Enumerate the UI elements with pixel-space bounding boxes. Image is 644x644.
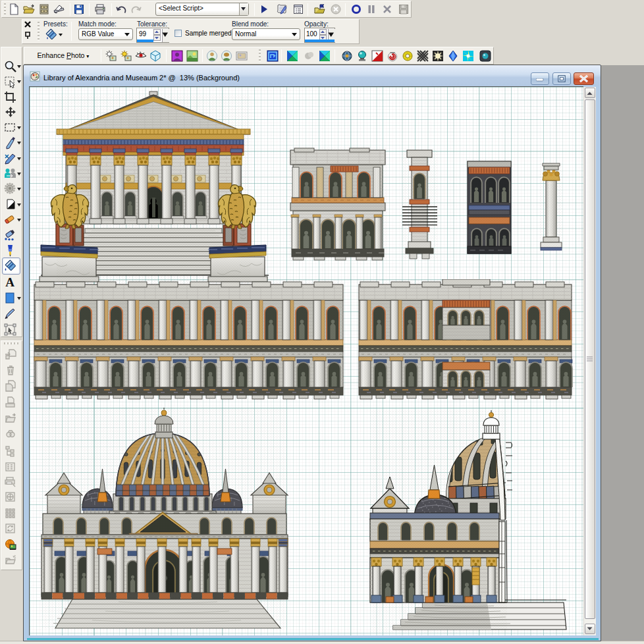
svg-text:A: A bbox=[5, 276, 14, 289]
